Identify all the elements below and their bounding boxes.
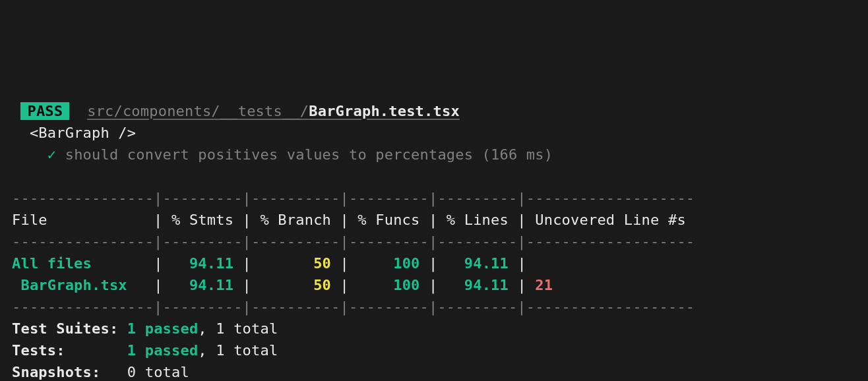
funcs-value: 100 (393, 255, 419, 272)
pass-badge: PASS (20, 102, 69, 120)
test-case: should convert positives values to perce… (65, 146, 553, 163)
summary-suites-passed: 1 passed (127, 320, 199, 337)
funcs-value: 100 (393, 277, 419, 293)
table-rule: ----------------|---------|----------|--… (12, 233, 695, 250)
table-rule: ----------------|---------|----------|--… (12, 190, 695, 206)
summary-suites-label: Test Suites: (12, 320, 127, 337)
jest-output: PASS src/components/__tests__/BarGraph.t… (12, 100, 856, 381)
test-file-path-dir: src/components/__tests__/ (87, 103, 309, 119)
file-label: All files (12, 255, 145, 272)
uncovered-value (535, 255, 695, 272)
lines-value: 94.11 (464, 277, 509, 293)
summary-snapshots-label: Snapshots: (12, 364, 127, 380)
test-file-path-file: BarGraph.test.tsx (309, 103, 460, 119)
table-header: File | % Stmts | % Branch | % Funcs | % … (12, 212, 695, 228)
lines-value: 94.11 (464, 255, 509, 272)
stmts-value: 94.11 (189, 255, 233, 272)
table-rule: ----------------|---------|----------|--… (12, 299, 695, 315)
branch-value: 50 (313, 255, 331, 272)
table-row: All files | 94.11 | 50 | 100 | 94.11 | (12, 255, 695, 272)
uncovered-value: 21 (535, 277, 553, 293)
check-icon: ✓ (47, 146, 56, 163)
summary-snapshots-total: 0 total (127, 364, 189, 380)
summary-tests-passed: 1 passed (127, 342, 199, 359)
file-label: BarGraph.tsx (12, 277, 145, 293)
branch-value: 50 (313, 277, 331, 293)
stmts-value: 94.11 (189, 277, 233, 293)
summary-tests-total: , 1 total (198, 342, 278, 359)
table-row: BarGraph.tsx | 94.11 | 50 | 100 | 94.11 … (12, 277, 695, 293)
summary-suites-total: , 1 total (198, 320, 278, 337)
describe-block: <BarGraph /> (30, 125, 136, 141)
summary-tests-label: Tests: (12, 342, 127, 359)
